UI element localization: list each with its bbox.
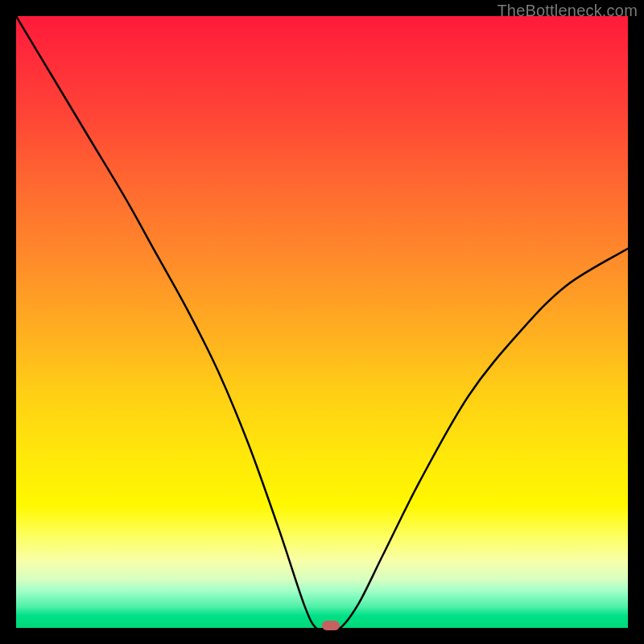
bottleneck-curve-path xyxy=(16,16,628,628)
curve-svg xyxy=(16,16,628,628)
plot-area xyxy=(16,16,628,628)
optimum-marker xyxy=(322,621,340,630)
chart-frame: TheBottleneck.com xyxy=(0,0,644,644)
